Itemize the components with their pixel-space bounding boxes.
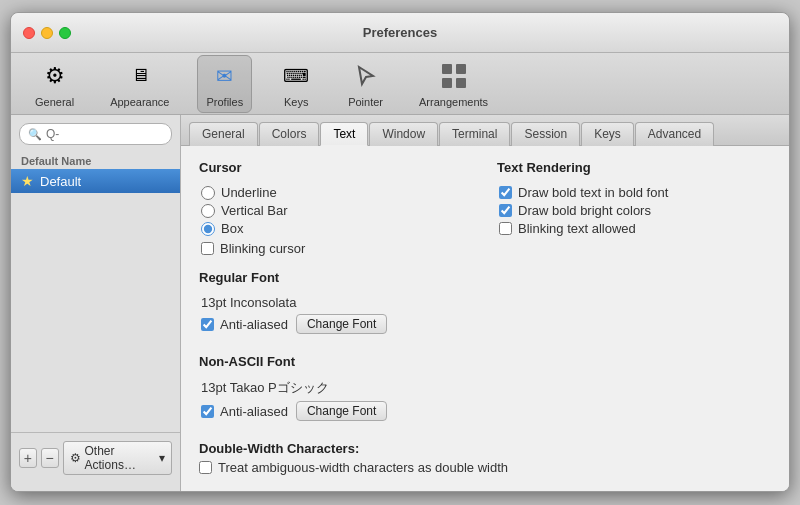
regular-anti-alias-label: Anti-aliased <box>220 317 288 332</box>
double-width-section: Double-Width Characters: Treat ambiguous… <box>199 441 771 477</box>
right-panel: General Colors Text Window Terminal Sess… <box>181 115 789 491</box>
bold-font-checkbox[interactable] <box>499 186 512 199</box>
sidebar-item-label: Default <box>40 174 81 189</box>
toolbar: ⚙ General 🖥 Appearance ✉ Profiles ⌨ Keys… <box>11 53 789 115</box>
maximize-button[interactable] <box>59 27 71 39</box>
tab-advanced[interactable]: Advanced <box>635 122 714 146</box>
toolbar-label-arrangements: Arrangements <box>419 96 488 108</box>
non-ascii-anti-alias-label: Anti-aliased <box>220 404 288 419</box>
regular-anti-alias-check[interactable]: Anti-aliased <box>201 317 288 332</box>
toolbar-item-arrangements[interactable]: Arrangements <box>411 56 496 112</box>
tab-bar: General Colors Text Window Terminal Sess… <box>181 115 789 146</box>
bold-font-check[interactable]: Draw bold text in bold font <box>499 185 771 200</box>
keys-icon: ⌨ <box>280 60 312 92</box>
regular-font-section: Regular Font 13pt Inconsolata Anti-alias… <box>199 270 771 336</box>
tab-text[interactable]: Text <box>320 122 368 146</box>
search-box[interactable]: 🔍 <box>19 123 172 145</box>
cursor-box-label: Box <box>221 221 243 236</box>
svg-rect-2 <box>442 78 452 88</box>
blinking-cursor-label: Blinking cursor <box>220 241 305 256</box>
toolbar-item-keys[interactable]: ⌨ Keys <box>272 56 320 112</box>
toolbar-label-keys: Keys <box>284 96 308 108</box>
toolbar-label-profiles: Profiles <box>206 96 243 108</box>
other-actions-button[interactable]: ⚙ Other Actions… ▾ <box>63 441 172 475</box>
toolbar-item-appearance[interactable]: 🖥 Appearance <box>102 56 177 112</box>
cursor-underline-radio[interactable] <box>201 186 215 200</box>
bold-colors-label: Draw bold bright colors <box>518 203 651 218</box>
cursor-underline-label: Underline <box>221 185 277 200</box>
sidebar-item-default[interactable]: ★ Default <box>11 169 180 193</box>
blinking-text-check[interactable]: Blinking text allowed <box>499 221 771 236</box>
double-width-check[interactable]: Treat ambiguous-width characters as doub… <box>199 460 771 475</box>
appearance-icon: 🖥 <box>124 60 156 92</box>
blinking-text-checkbox[interactable] <box>499 222 512 235</box>
blinking-cursor[interactable]: Blinking cursor <box>201 241 473 256</box>
gear-icon: ⚙ <box>70 451 81 465</box>
text-rendering-title: Text Rendering <box>497 160 771 175</box>
search-input[interactable] <box>46 127 163 141</box>
non-ascii-change-font-button[interactable]: Change Font <box>296 401 387 421</box>
regular-change-font-button[interactable]: Change Font <box>296 314 387 334</box>
tab-window[interactable]: Window <box>369 122 438 146</box>
main-content: 🔍 Default Name ★ Default + − ⚙ Other Act… <box>11 115 789 491</box>
toolbar-item-profiles[interactable]: ✉ Profiles <box>197 55 252 113</box>
tab-general[interactable]: General <box>189 122 258 146</box>
non-ascii-font-title: Non-ASCII Font <box>199 354 771 369</box>
regular-anti-alias-checkbox[interactable] <box>201 318 214 331</box>
tab-keys[interactable]: Keys <box>581 122 634 146</box>
bold-colors-check[interactable]: Draw bold bright colors <box>499 203 771 218</box>
bold-font-label: Draw bold text in bold font <box>518 185 668 200</box>
sidebar: 🔍 Default Name ★ Default + − ⚙ Other Act… <box>11 115 181 491</box>
toolbar-label-general: General <box>35 96 74 108</box>
blinking-text-label: Blinking text allowed <box>518 221 636 236</box>
regular-font-name: 13pt Inconsolata <box>201 295 771 310</box>
cursor-box[interactable]: Box <box>201 221 473 236</box>
tab-terminal[interactable]: Terminal <box>439 122 510 146</box>
search-icon: 🔍 <box>28 128 42 141</box>
preferences-window: Preferences ⚙ General 🖥 Appearance ✉ Pro… <box>10 12 790 492</box>
double-width-label: Treat ambiguous-width characters as doub… <box>218 460 508 475</box>
cursor-radio-group: Underline Vertical Bar Box Blinking <box>201 185 473 256</box>
add-profile-button[interactable]: + <box>19 448 37 468</box>
tab-session[interactable]: Session <box>511 122 580 146</box>
non-ascii-anti-alias-check[interactable]: Anti-aliased <box>201 404 288 419</box>
toolbar-item-general[interactable]: ⚙ General <box>27 56 82 112</box>
profiles-icon: ✉ <box>209 60 241 92</box>
sidebar-footer: + − ⚙ Other Actions… ▾ <box>11 432 180 483</box>
cursor-vertical-bar[interactable]: Vertical Bar <box>201 203 473 218</box>
traffic-lights <box>23 27 71 39</box>
sidebar-col-header: Default Name <box>11 153 180 169</box>
non-ascii-font-section: Non-ASCII Font 13pt Takao Pゴシック Anti-ali… <box>199 354 771 423</box>
non-ascii-anti-alias-checkbox[interactable] <box>201 405 214 418</box>
other-actions-label: Other Actions… <box>85 444 155 472</box>
non-ascii-font-name: 13pt Takao Pゴシック <box>201 379 771 397</box>
settings-content: Cursor Underline Vertical Bar Box <box>181 146 789 491</box>
cursor-vertical-bar-label: Vertical Bar <box>221 203 287 218</box>
blinking-cursor-check[interactable] <box>201 242 214 255</box>
dropdown-icon: ▾ <box>159 451 165 465</box>
cursor-box-radio[interactable] <box>201 222 215 236</box>
cursor-section-title: Cursor <box>199 160 473 175</box>
svg-rect-0 <box>442 64 452 74</box>
cursor-vertical-bar-radio[interactable] <box>201 204 215 218</box>
regular-font-title: Regular Font <box>199 270 771 285</box>
double-width-checkbox[interactable] <box>199 461 212 474</box>
arrangements-icon <box>438 60 470 92</box>
svg-rect-1 <box>456 64 466 74</box>
svg-rect-3 <box>456 78 466 88</box>
non-ascii-font-controls: Anti-aliased Change Font <box>201 401 771 421</box>
tab-colors[interactable]: Colors <box>259 122 320 146</box>
close-button[interactable] <box>23 27 35 39</box>
star-icon: ★ <box>21 173 34 189</box>
cursor-underline[interactable]: Underline <box>201 185 473 200</box>
regular-font-controls: Anti-aliased Change Font <box>201 314 771 334</box>
bold-colors-checkbox[interactable] <box>499 204 512 217</box>
minimize-button[interactable] <box>41 27 53 39</box>
toolbar-label-pointer: Pointer <box>348 96 383 108</box>
titlebar: Preferences <box>11 13 789 53</box>
pointer-icon <box>350 60 382 92</box>
cursor-section: Cursor Underline Vertical Bar Box <box>199 160 473 258</box>
remove-profile-button[interactable]: − <box>41 448 59 468</box>
toolbar-item-pointer[interactable]: Pointer <box>340 56 391 112</box>
general-icon: ⚙ <box>39 60 71 92</box>
